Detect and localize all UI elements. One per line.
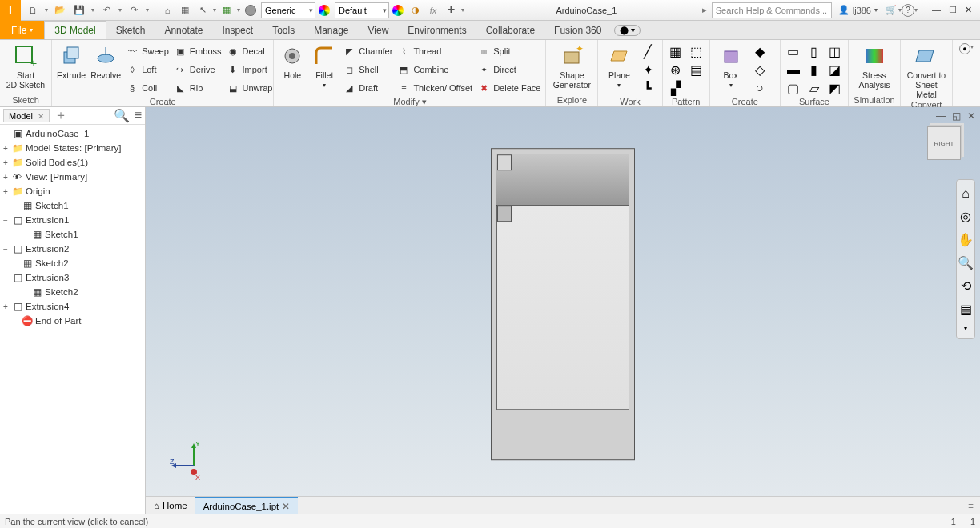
tab-3d-model[interactable]: 3D Model [44, 21, 106, 39]
browser-tab-model[interactable]: Model✕ [3, 109, 50, 122]
tree-node[interactable]: ▣ArduinoCase_1 [0, 126, 145, 141]
loft-button[interactable]: ◊Loft [126, 62, 169, 78]
tab-file[interactable]: File▾ [0, 21, 44, 39]
doc-tab-file[interactable]: ArduinoCase_1.ipt✕ [195, 497, 299, 514]
draft-button[interactable]: ◢Draft [343, 80, 392, 96]
direct-button[interactable]: ✦Direct [477, 62, 540, 78]
decal-button[interactable]: ◉Decal [227, 43, 273, 59]
thicken-button[interactable]: ≡Thicken/ Offset [397, 80, 472, 96]
team-icon[interactable]: ▦ [178, 3, 192, 18]
measure-icon[interactable]: ◑ [408, 3, 423, 18]
ribbon-options-icon[interactable]: ● [959, 43, 970, 54]
box-freeform-button[interactable]: Box▾ [715, 42, 747, 89]
freeform-btn-3[interactable]: ○ [752, 80, 768, 96]
tree-node[interactable]: ▦Sketch1 [0, 227, 145, 242]
nav-lookat-icon[interactable]: ▤ [960, 302, 972, 317]
rect-pattern-button[interactable]: ▦ [668, 43, 684, 59]
revolve-button[interactable]: Revolve [90, 42, 121, 80]
tab-tools[interactable]: Tools [263, 21, 304, 39]
browser-search-icon[interactable]: 🔍 [114, 108, 130, 123]
tree-node[interactable]: −◫Extrusion1 [0, 213, 145, 227]
nav-orbit-icon[interactable]: ◎ [960, 209, 971, 224]
unwrap-button[interactable]: ⬓Unwrap [227, 80, 273, 96]
convert-sheet-metal-button[interactable]: Convert to Sheet Metal [906, 42, 947, 99]
freeform-btn-1[interactable]: ◆ [752, 43, 768, 59]
tab-view[interactable]: View [359, 21, 399, 39]
model-geometry[interactable] [491, 148, 635, 460]
stress-analysis-button[interactable]: Stress Analysis [853, 42, 895, 90]
extrude-button[interactable]: Extrude [57, 42, 86, 80]
expand-icon[interactable]: + [2, 158, 10, 167]
nav-rotate-icon[interactable]: ⟲ [961, 278, 971, 294]
derive-button[interactable]: ↪Derive [174, 62, 222, 78]
tree-node[interactable]: −◫Extrusion2 [0, 242, 145, 256]
tree-node[interactable]: +📁Solid Bodies(1) [0, 155, 145, 170]
expand-icon[interactable]: + [2, 173, 10, 182]
appearance-picker-icon[interactable] [392, 5, 404, 16]
minimize-icon[interactable]: — [932, 5, 941, 15]
maximize-icon[interactable]: ☐ [949, 5, 957, 15]
close-doc-tab-icon[interactable]: ✕ [282, 501, 290, 512]
help-icon[interactable]: ? [902, 4, 914, 17]
expand-icon[interactable]: − [2, 274, 10, 282]
nav-home-icon[interactable]: ⌂ [962, 186, 970, 201]
material-icon[interactable] [243, 3, 258, 18]
tree-node[interactable]: +📁Origin [0, 184, 145, 198]
tab-manage[interactable]: Manage [304, 21, 358, 39]
browser-menu-icon[interactable]: ≡ [135, 108, 142, 123]
search-input[interactable]: Search Help & Commands... [712, 2, 832, 18]
surface-btn-3[interactable]: ▢ [785, 80, 801, 96]
circ-pattern-button[interactable]: ⊛ [668, 62, 684, 78]
doc-tab-home[interactable]: ⌂Home [146, 497, 195, 514]
select-icon[interactable]: ↖ [195, 3, 210, 18]
split-button[interactable]: ⧈Split [477, 43, 540, 59]
appearance-icon[interactable] [319, 5, 330, 16]
home-icon[interactable]: ⌂ [160, 3, 175, 18]
tab-collaborate[interactable]: Collaborate [476, 21, 544, 39]
cart-icon[interactable]: 🛒 [884, 3, 898, 18]
tab-inspect[interactable]: Inspect [212, 21, 263, 39]
doc-tabs-menu-icon[interactable]: ≡ [962, 501, 980, 510]
save-icon[interactable]: 💾 [72, 3, 86, 18]
app-icon[interactable]: I [0, 0, 21, 21]
import-button[interactable]: ⬇Import [227, 62, 273, 78]
new-icon[interactable]: 🗋 [26, 3, 40, 18]
viewport-3d[interactable]: — ◱ ✕ RIGHT ⌂ ◎ ✋ 🔍 ⟲ ▤ ▾ Y Z [146, 107, 980, 514]
close-icon[interactable]: ✕ [965, 5, 972, 15]
emboss-button[interactable]: ▣Emboss [174, 43, 222, 59]
update-icon[interactable]: ▦ [219, 3, 234, 18]
add-browser-tab-icon[interactable]: ＋ [54, 107, 67, 124]
surface-btn-7[interactable]: ◫ [827, 43, 843, 59]
surface-btn-8[interactable]: ◪ [827, 62, 843, 78]
tab-annotate[interactable]: Annotate [155, 21, 212, 39]
tree-node[interactable]: +👁View: [Primary] [0, 170, 145, 184]
open-icon[interactable]: 📂 [53, 3, 67, 18]
surface-btn-9[interactable]: ◩ [827, 80, 843, 96]
account-area[interactable]: 👤 lj386 ▾ [832, 5, 884, 15]
tree-node[interactable]: ▦Sketch2 [0, 256, 145, 270]
tree-node[interactable]: +◫Extrusion4 [0, 299, 145, 314]
hole-button[interactable]: Hole [279, 42, 306, 80]
axis-button[interactable]: ╱ [640, 43, 656, 59]
view-cube[interactable]: RIGHT [927, 126, 961, 160]
appearance-dropdown[interactable]: Default [335, 2, 389, 18]
expand-icon[interactable]: + [2, 187, 10, 196]
redo-icon[interactable]: ↷ [127, 3, 141, 18]
coil-button[interactable]: §Coil [126, 80, 169, 96]
ribbon-collapse-toggle[interactable]: ⬤ ▾ [614, 25, 641, 36]
rib-button[interactable]: ◣Rib [174, 80, 222, 96]
surface-btn-1[interactable]: ▭ [785, 43, 801, 59]
ucs-button[interactable]: ┗ [640, 80, 656, 96]
tab-environments[interactable]: Environments [398, 21, 476, 39]
sweep-button[interactable]: 〰Sweep [126, 43, 169, 59]
pattern-btn-5[interactable]: ▤ [689, 62, 705, 78]
thread-button[interactable]: ⌇Thread [397, 43, 472, 59]
close-browser-tab-icon[interactable]: ✕ [38, 112, 44, 121]
surface-btn-5[interactable]: ▮ [806, 62, 822, 78]
tab-fusion360[interactable]: Fusion 360 [544, 21, 611, 39]
chamfer-button[interactable]: ◤Chamfer [343, 43, 392, 59]
expand-icon[interactable]: + [2, 144, 10, 153]
fx-icon[interactable]: fx [426, 3, 440, 18]
surface-btn-2[interactable]: ▬ [785, 62, 801, 78]
nav-pan-icon[interactable]: ✋ [958, 232, 974, 247]
